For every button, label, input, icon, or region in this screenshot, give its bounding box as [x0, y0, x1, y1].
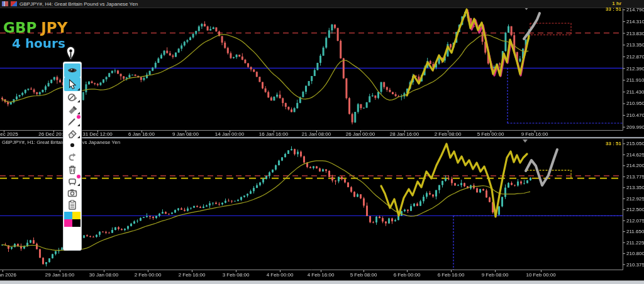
chart-titlebar: GBPJPY#, H4: Great Britain Pound vs Japa… [0, 0, 644, 8]
whiteboard-button[interactable] [64, 199, 80, 210]
window-icon [2, 1, 8, 6]
timeframe-text: 4 hours [12, 37, 67, 50]
eraser-icon [67, 128, 78, 139]
no-draw-button[interactable] [64, 91, 80, 103]
screenshot-button[interactable] [64, 187, 80, 199]
size-dot-button[interactable] [64, 139, 80, 151]
no-draw-icon [67, 92, 78, 103]
chart-title-h4: GBPJPY#, H4: Great Britain Pound vs Japa… [19, 1, 138, 7]
color-swatch-yellow[interactable] [72, 212, 80, 219]
camera-icon [67, 187, 78, 199]
undo-button[interactable] [64, 151, 80, 163]
dot-icon [67, 139, 78, 151]
pen-nib-icon[interactable] [65, 45, 77, 64]
color-swatch-cyan[interactable] [64, 212, 72, 219]
trading-platform-window: GBPJPY#, H4: Great Britain Pound vs Japa… [0, 0, 644, 284]
color-swatch-magenta[interactable] [64, 219, 72, 227]
color-swatch-black[interactable] [72, 219, 80, 227]
clipboard-icon [67, 199, 78, 210]
annotation-toolbar [63, 62, 82, 251]
cursor-button[interactable] [64, 77, 80, 91]
eye-icon [67, 65, 78, 76]
cursor-icon [67, 79, 78, 90]
trash-icon [67, 163, 78, 175]
handwritten-symbol-label: GBPJPY 4 hours [3, 21, 67, 50]
color-palette [64, 212, 80, 227]
candle-timer-unit: 1 hr [612, 1, 621, 6]
highlighter-button[interactable] [64, 103, 80, 115]
undo-icon [67, 151, 78, 163]
candle-timer-bottom: 33 : 51 [606, 141, 621, 146]
visibility-button[interactable] [64, 63, 80, 77]
chart-title-h1: GBPJPY#, H1: Great Britain Pound vs Japa… [2, 139, 120, 145]
eraser-button[interactable] [64, 127, 80, 139]
shapes-button[interactable] [64, 175, 80, 187]
pen-button[interactable] [64, 115, 80, 127]
highlighter-icon [67, 104, 78, 115]
symbol-jpy-text: JPY [41, 19, 67, 36]
symbol-gbp-text: GBP [3, 19, 36, 36]
candle-timer-top: 33 : 51 [606, 6, 621, 12]
chart-symbol-icon [11, 1, 17, 6]
trash-button[interactable] [64, 163, 80, 175]
